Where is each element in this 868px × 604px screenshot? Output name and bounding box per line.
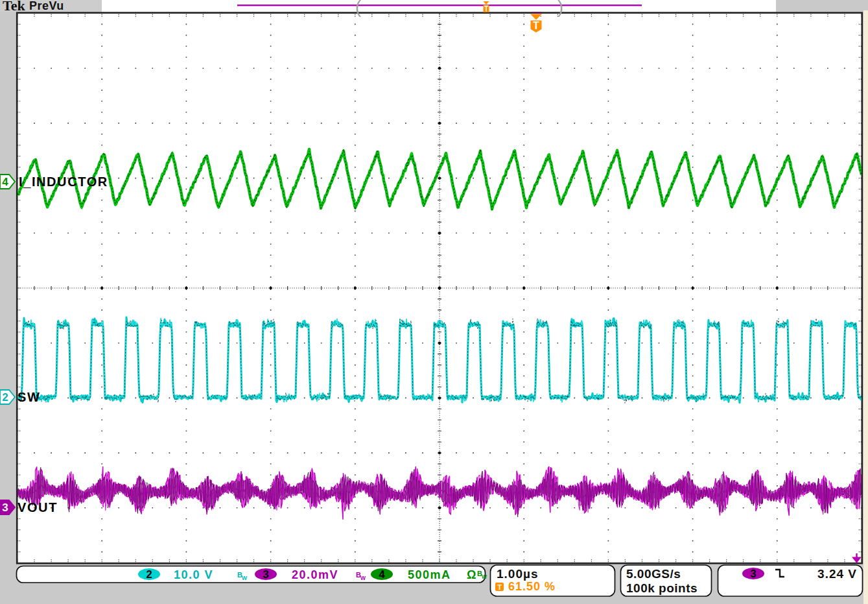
- svg-text:100k points: 100k points: [626, 581, 698, 595]
- svg-text:20.0mV: 20.0mV: [292, 568, 338, 581]
- svg-text:T: T: [497, 583, 502, 591]
- svg-text:(: (: [355, 0, 361, 17]
- svg-text:Tek: Tek: [3, 0, 25, 14]
- svg-text:W: W: [360, 575, 366, 581]
- svg-text:I_INDUCTOR: I_INDUCTOR: [19, 175, 108, 189]
- svg-text:61.50 %: 61.50 %: [508, 580, 556, 593]
- svg-text:4: 4: [379, 568, 385, 580]
- svg-text:): ): [557, 0, 563, 17]
- svg-text:1.00µs: 1.00µs: [497, 567, 539, 581]
- svg-text:3: 3: [263, 568, 268, 580]
- svg-text:W: W: [242, 575, 248, 581]
- svg-text:2: 2: [146, 568, 152, 580]
- svg-text:3: 3: [2, 501, 8, 514]
- svg-text:10.0 V: 10.0 V: [174, 568, 213, 581]
- svg-text:3.24 V: 3.24 V: [817, 567, 857, 581]
- svg-text:T: T: [533, 20, 539, 31]
- svg-text:5.00GS/s: 5.00GS/s: [626, 567, 681, 581]
- svg-text:3: 3: [750, 568, 756, 579]
- svg-text:W: W: [482, 574, 487, 580]
- svg-text:Ω: Ω: [467, 568, 476, 581]
- svg-text:500mA: 500mA: [408, 568, 451, 581]
- svg-text:SW: SW: [18, 390, 40, 404]
- svg-text:2: 2: [2, 391, 8, 404]
- svg-text:PreVu: PreVu: [29, 0, 64, 12]
- svg-text:4: 4: [2, 176, 8, 188]
- svg-text:VOUT: VOUT: [18, 500, 58, 514]
